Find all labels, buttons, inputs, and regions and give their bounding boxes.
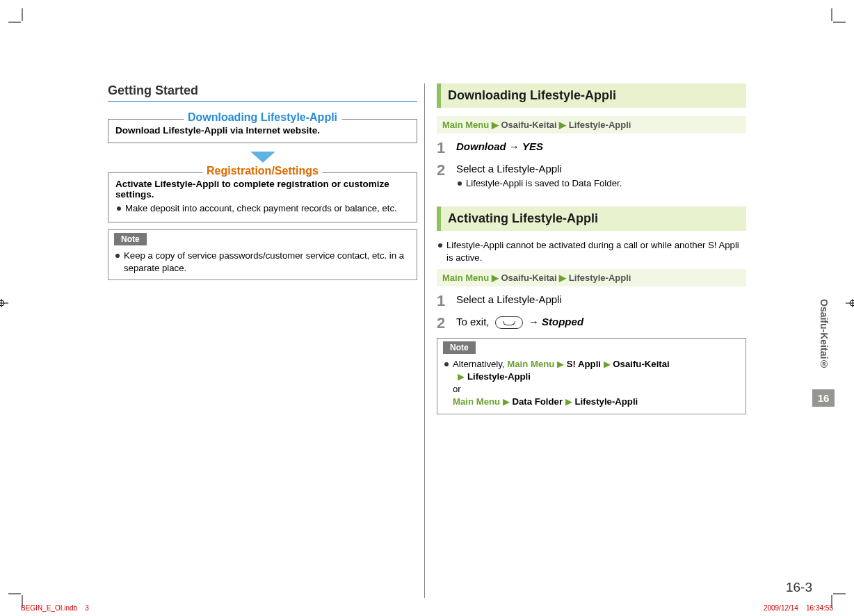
nav-main-menu: Main Menu <box>442 273 489 283</box>
registration-mark-left <box>0 299 8 307</box>
note-alt-label: Alternatively, <box>453 359 507 369</box>
box-registration: Registration/Settings Activate Lifestyle… <box>108 172 417 222</box>
section-activating: Activating Lifestyle-Appli <box>437 206 746 231</box>
nav-lifestyle: Lifestyle-Appli <box>467 371 531 382</box>
note-left-bullet: Keep a copy of service passwords/custome… <box>114 250 411 275</box>
box-registration-bullets: Make deposit into account, check payment… <box>115 202 410 215</box>
step-bullets: Lifestyle-Appli is saved to Data Folder. <box>456 177 746 190</box>
note-box-right: Note Alternatively, Main Menu ▶ S! Appli… <box>437 338 746 414</box>
note-box-left: Note Keep a copy of service passwords/cu… <box>108 229 417 281</box>
right-column: Downloading Lifestyle-Appli Main Menu ▶ … <box>437 83 746 414</box>
step-bullet: Lifestyle-Appli is saved to Data Folder. <box>456 177 746 190</box>
side-tab-label: Osaifu-Keitai® <box>819 299 830 370</box>
registration-mark-right <box>846 299 854 307</box>
step-stopped: Stopped <box>542 316 583 327</box>
page-number: 16-3 <box>786 580 812 595</box>
nav-lifestyle: Lifestyle-Appli <box>569 120 631 130</box>
step-select: Select a Lifestyle-Appli <box>456 163 562 175</box>
note-tag: Note <box>443 341 476 354</box>
legend-downloading: Downloading Lifestyle-Appli <box>184 111 341 124</box>
note-right-bullets: Alternatively, Main Menu ▶ S! Appli ▶ Os… <box>443 358 740 407</box>
step-2b: 2 To exit, → Stopped <box>437 316 746 331</box>
box-downloading-text: Download Lifestyle-Appli via Internet we… <box>115 125 410 136</box>
nav-osaifu: Osaifu-Keitai <box>501 273 556 283</box>
step-text: To exit, → Stopped <box>456 316 746 331</box>
box-downloading: Downloading Lifestyle-Appli Download Lif… <box>108 119 417 143</box>
nav-main-menu: Main Menu <box>453 396 500 407</box>
step-1b: 1 Select a Lifestyle-Appli <box>437 293 746 309</box>
nav-lifestyle: Lifestyle-Appli <box>569 273 631 283</box>
nav-osaifu: Osaifu-Keitai <box>501 120 556 130</box>
footer-sheet: 3 <box>85 604 89 612</box>
section2-intro-bullets: Lifestyle-Appli cannot be activated duri… <box>437 239 746 264</box>
step-num: 1 <box>437 293 449 309</box>
step-num: 2 <box>437 163 449 190</box>
nav-sappli: S! Appli <box>567 359 601 369</box>
nav-datafolder: Data Folder <box>512 396 563 407</box>
note-tag: Note <box>114 233 147 245</box>
crop-mark-bl <box>8 580 36 608</box>
footer-filename: BEGIN_E_OI.indb 3 <box>21 604 89 612</box>
footer-time: 16:34:55 <box>806 604 833 612</box>
step-text: Download → YES <box>456 140 746 156</box>
arrow-down-icon <box>250 152 275 163</box>
note-or: or <box>453 384 461 394</box>
heading-getting-started: Getting Started <box>108 83 417 98</box>
step-exit: To exit, <box>456 316 490 327</box>
crop-mark-tr <box>818 8 846 36</box>
step-text: Select a Lifestyle-Appli <box>456 293 746 309</box>
crop-mark-br <box>818 580 846 608</box>
footer-timestamp: 2009/12/14 16:34:55 <box>764 604 833 612</box>
step-2a: 2 Select a Lifestyle-Appli Lifestyle-App… <box>437 163 746 190</box>
chapter-badge: 16 <box>812 389 835 407</box>
box-registration-bullet: Make deposit into account, check payment… <box>115 202 410 215</box>
legend-registration: Registration/Settings <box>202 165 323 177</box>
nav-main-menu: Main Menu <box>442 120 489 130</box>
step-download: Download <box>456 140 506 152</box>
step-1a: 1 Download → YES <box>437 140 746 156</box>
step-yes: YES <box>522 140 543 152</box>
nav-path-1: Main Menu ▶ Osaifu-Keitai ▶ Lifestyle-Ap… <box>437 116 746 133</box>
heading-underline <box>108 101 417 102</box>
box-registration-text: Activate Lifestyle-Appli to complete reg… <box>115 179 410 200</box>
section2-intro-bullet: Lifestyle-Appli cannot be activated duri… <box>437 239 746 264</box>
footer-file: BEGIN_E_OI.indb <box>21 604 77 612</box>
step-num: 2 <box>437 316 449 331</box>
footer-date: 2009/12/14 <box>764 604 798 612</box>
nav-lifestyle: Lifestyle-Appli <box>574 396 638 407</box>
note-right-bullet: Alternatively, Main Menu ▶ S! Appli ▶ Os… <box>443 358 740 407</box>
document-page: Getting Started Downloading Lifestyle-Ap… <box>0 0 854 616</box>
nav-path-2: Main Menu ▶ Osaifu-Keitai ▶ Lifestyle-Ap… <box>437 269 746 286</box>
section-downloading: Downloading Lifestyle-Appli <box>437 83 746 108</box>
left-column: Getting Started Downloading Lifestyle-Ap… <box>108 83 417 280</box>
step-num: 1 <box>437 140 449 156</box>
nav-osaifu: Osaifu-Keitai <box>613 359 669 369</box>
column-divider <box>424 83 425 598</box>
nav-main-menu: Main Menu <box>507 359 554 369</box>
crop-mark-tl <box>8 8 36 36</box>
end-key-icon <box>495 316 523 329</box>
step-text: Select a Lifestyle-Appli Lifestyle-Appli… <box>456 163 746 190</box>
note-left-bullets: Keep a copy of service passwords/custome… <box>114 250 411 275</box>
